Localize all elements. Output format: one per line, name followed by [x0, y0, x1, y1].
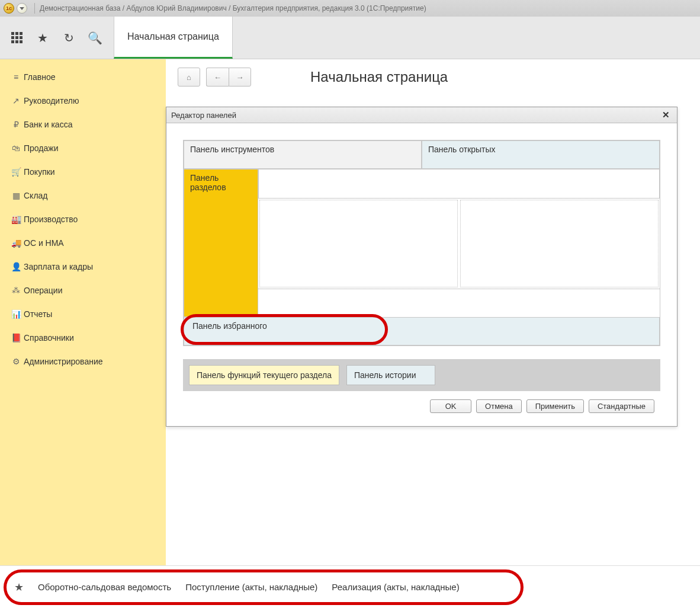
- sidebar-item-purchases[interactable]: 🛒Покупки: [0, 160, 166, 184]
- favorites-bar: ★ Оборотно-сальдовая ведомость Поступлен…: [0, 565, 700, 608]
- sidebar-item-label: Зарплата и кадры: [24, 262, 93, 271]
- home-icon: ⌂: [187, 73, 191, 82]
- home-button[interactable]: ⌂: [178, 68, 200, 87]
- arrow-right-icon: →: [236, 73, 244, 82]
- sidebar-item-label: Склад: [24, 191, 48, 200]
- tab-home[interactable]: Начальная страница: [114, 17, 233, 59]
- person-icon: 👤: [8, 262, 24, 271]
- favbar-item[interactable]: Реализация (акты, накладные): [332, 582, 459, 592]
- panel-open-cell[interactable]: Панель открытых: [422, 140, 660, 169]
- sidebar-item-label: Справочники: [24, 333, 74, 343]
- main-toolbar: ★ ↻ 🔍 Начальная страница: [0, 17, 700, 59]
- forward-button[interactable]: →: [229, 68, 251, 87]
- sidebar-item-label: Отчеты: [24, 309, 52, 319]
- search-button[interactable]: 🔍: [82, 25, 108, 51]
- sidebar-item-references[interactable]: 📕Справочники: [0, 326, 166, 350]
- cart-icon: 🛒: [8, 167, 24, 177]
- panel-drop-zone-b[interactable]: [460, 200, 659, 287]
- sidebar-item-admin[interactable]: ⚙Администрирование: [0, 350, 166, 373]
- sidebar-item-label: Операции: [24, 286, 63, 295]
- app-logo-icon: 1c: [4, 3, 14, 14]
- sidebar-item-warehouse[interactable]: ▦Склад: [0, 184, 166, 207]
- titlebar: 1c Демонстрационная база / Абдулов Юрий …: [0, 0, 700, 17]
- panel-cell-label: Панель разделов: [190, 173, 226, 192]
- boxes-icon: ▦: [8, 191, 24, 200]
- panel-layout-grid: Панель инструментов Панель открытых Пане…: [183, 140, 660, 346]
- pool-item-functions[interactable]: Панель функций текущего раздела: [189, 365, 339, 385]
- panel-editor-dialog: Редактор панелей ✕ Панель инструментов П…: [166, 107, 677, 427]
- sidebar-item-bank[interactable]: ₽Банк и касса: [0, 113, 166, 136]
- factory-icon: 🏭: [8, 215, 24, 224]
- sidebar-item-operations[interactable]: ⁂Операции: [0, 279, 166, 302]
- panel-empty-top[interactable]: [258, 169, 660, 199]
- content-area: ⌂ ← → Начальная страница Редактор панеле…: [166, 59, 700, 565]
- search-icon: 🔍: [88, 31, 102, 45]
- panel-empty-bottom[interactable]: [258, 289, 660, 317]
- arrow-left-icon: ←: [214, 73, 221, 82]
- back-button[interactable]: ←: [206, 68, 229, 87]
- chart-icon: ↗: [8, 96, 24, 105]
- book-icon: 📕: [8, 333, 24, 343]
- history-icon: ↻: [64, 31, 74, 45]
- sidebar-item-label: Банк и касса: [24, 120, 72, 129]
- panel-cell-label: Панель открытых: [428, 145, 496, 154]
- dialog-title-text: Редактор панелей: [171, 111, 236, 120]
- sidebar-item-hr[interactable]: 👤Зарплата и кадры: [0, 255, 166, 279]
- truck-icon: 🚚: [8, 238, 24, 248]
- apply-button[interactable]: Применить: [526, 399, 584, 413]
- apps-grid-button[interactable]: [4, 25, 30, 51]
- grid-icon: [11, 32, 23, 43]
- favbar-item[interactable]: Поступление (акты, накладные): [185, 582, 317, 592]
- page-title: Начальная страница: [310, 69, 448, 85]
- favorites-button[interactable]: ★: [30, 25, 56, 51]
- sidebar-item-sales[interactable]: 🛍Продажи: [0, 136, 166, 160]
- panel-drop-zone-a[interactable]: [259, 200, 458, 287]
- panel-favorites-cell[interactable]: Панель избранного: [184, 317, 660, 345]
- standard-button[interactable]: Стандартные: [589, 399, 654, 413]
- titlebar-dropdown-button[interactable]: [17, 3, 27, 14]
- panel-cell-label: Панель избранного: [192, 321, 267, 331]
- pool-item-label: Панель функций текущего раздела: [197, 370, 332, 380]
- gear-icon: ⚙: [8, 357, 24, 366]
- titlebar-separator: [34, 3, 35, 14]
- sidebar-item-label: Главное: [24, 72, 56, 82]
- sidebar-item-label: Продажи: [24, 143, 58, 153]
- sidebar-item-label: Руководителю: [24, 96, 79, 105]
- titlebar-text: Демонстрационная база / Абдулов Юрий Вла…: [40, 4, 426, 12]
- barchart-icon: 📊: [8, 309, 24, 319]
- sidebar-item-production[interactable]: 🏭Производство: [0, 207, 166, 231]
- star-icon: ★: [14, 581, 24, 594]
- sidebar-item-assets[interactable]: 🚚ОС и НМА: [0, 231, 166, 255]
- tab-home-label: Начальная страница: [127, 31, 219, 42]
- sidebar: ≡Главное ↗Руководителю ₽Банк и касса 🛍Пр…: [0, 59, 166, 565]
- panel-pool: Панель функций текущего раздела Панель и…: [183, 359, 660, 391]
- bag-icon: 🛍: [8, 143, 24, 153]
- pool-item-label: Панель истории: [354, 370, 416, 380]
- sidebar-item-label: ОС и НМА: [24, 238, 64, 248]
- pool-item-history[interactable]: Панель истории: [346, 365, 435, 385]
- sidebar-item-manager[interactable]: ↗Руководителю: [0, 89, 166, 113]
- panel-cell-label: Панель инструментов: [190, 145, 274, 154]
- cancel-button[interactable]: Отмена: [476, 399, 522, 413]
- dialog-titlebar[interactable]: Редактор панелей ✕: [166, 107, 677, 123]
- sidebar-item-label: Покупки: [24, 167, 55, 177]
- history-button[interactable]: ↻: [56, 25, 82, 51]
- panel-sections-cell[interactable]: Панель разделов: [184, 169, 258, 317]
- sidebar-item-label: Производство: [24, 215, 78, 224]
- sidebar-item-label: Администрирование: [24, 357, 103, 366]
- panel-tools-cell[interactable]: Панель инструментов: [184, 140, 422, 169]
- sidebar-item-reports[interactable]: 📊Отчеты: [0, 302, 166, 326]
- favbar-item[interactable]: Оборотно-сальдовая ведомость: [38, 582, 171, 592]
- star-icon: ★: [37, 31, 48, 45]
- nav-group: ← →: [206, 68, 251, 87]
- sidebar-item-main[interactable]: ≡Главное: [0, 65, 166, 89]
- menu-icon: ≡: [8, 72, 24, 82]
- ruble-icon: ₽: [8, 120, 24, 129]
- dialog-close-button[interactable]: ✕: [660, 110, 672, 120]
- ok-button[interactable]: OK: [430, 399, 471, 413]
- operations-icon: ⁂: [8, 286, 24, 295]
